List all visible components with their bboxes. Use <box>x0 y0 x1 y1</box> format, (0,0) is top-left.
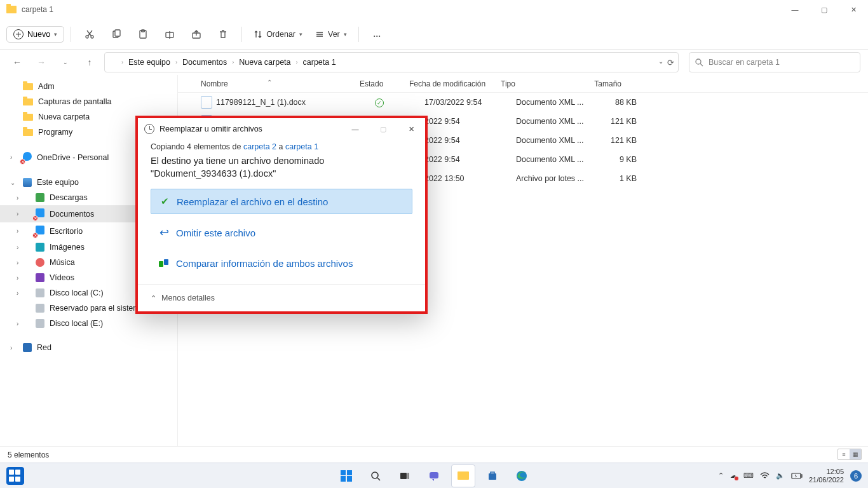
up-button[interactable]: ↑ <box>80 53 99 72</box>
start-button[interactable] <box>334 464 358 487</box>
sidebar-item-label: Programy <box>38 128 72 137</box>
tray-chevron-icon[interactable]: ⌃ <box>718 471 724 480</box>
cut-button[interactable] <box>78 24 102 44</box>
sidebar-item-label: Nueva carpeta <box>38 112 90 121</box>
taskbar-taskview[interactable] <box>393 464 417 487</box>
dialog-minimize-button[interactable]: — <box>341 118 369 140</box>
column-headers: Nombre Estado Fecha de modificación Tipo… <box>178 75 868 93</box>
keyboard-tray-icon[interactable]: ⌨ <box>743 471 754 480</box>
file-name: 117989121_N_1 (1).docx <box>216 98 375 107</box>
chevron-right-icon: › <box>17 320 18 327</box>
delete-button[interactable] <box>211 24 235 44</box>
refresh-button[interactable]: ⟳ <box>667 58 674 67</box>
svg-point-11 <box>372 472 378 478</box>
breadcrumb[interactable]: Este equipo <box>126 56 173 69</box>
svg-rect-13 <box>407 473 409 479</box>
taskbar-chat[interactable] <box>422 464 446 487</box>
window-minimize-button[interactable]: — <box>780 0 810 19</box>
folder-icon <box>6 6 17 13</box>
paste-button[interactable] <box>131 24 155 44</box>
col-modified[interactable]: Fecha de modificación <box>409 79 501 88</box>
share-button[interactable] <box>184 24 208 44</box>
sidebar-item-label: Vídeos <box>50 273 74 282</box>
svg-rect-12 <box>400 473 407 479</box>
taskbar-search[interactable] <box>363 464 388 487</box>
file-size: 88 KB <box>592 98 637 107</box>
sort-button[interactable]: Ordenar ▾ <box>248 27 308 41</box>
pictures-icon <box>36 243 44 252</box>
icons-view-icon[interactable]: ▦ <box>850 449 861 459</box>
clock-icon <box>144 124 154 134</box>
more-button[interactable]: … <box>365 24 390 44</box>
back-button[interactable]: ← <box>8 53 27 72</box>
view-button[interactable]: Ver ▾ <box>310 27 352 41</box>
recent-button[interactable]: ⌄ <box>56 53 75 72</box>
dialog-src-link[interactable]: carpeta 2 <box>243 142 276 151</box>
download-icon <box>36 193 44 202</box>
sidebar-item-capturas[interactable]: Capturas de pantalla <box>0 94 178 109</box>
svg-point-8 <box>696 59 701 64</box>
window-close-button[interactable]: ✕ <box>839 0 868 19</box>
forward-button[interactable]: → <box>32 53 51 72</box>
notifications-button[interactable]: 6 <box>850 470 862 482</box>
breadcrumb[interactable]: carpeta 1 <box>301 56 339 69</box>
command-bar: Nuevo ▾ Ordenar ▾ Ver ▾ … <box>0 19 868 50</box>
svg-rect-3 <box>115 30 120 36</box>
folder-icon <box>23 129 33 136</box>
rename-button[interactable] <box>158 24 182 44</box>
dialog-dst-link[interactable]: carpeta 1 <box>285 142 318 151</box>
col-type[interactable]: Tipo <box>501 79 577 88</box>
compare-option[interactable]: Comparar información de ambos archivos <box>151 251 412 275</box>
chevron-right-icon: › <box>17 274 18 281</box>
breadcrumb[interactable]: Nueva carpeta <box>236 56 293 69</box>
new-button[interactable]: Nuevo ▾ <box>6 26 64 43</box>
col-status[interactable]: Estado <box>360 79 409 88</box>
plus-icon <box>13 29 24 39</box>
monitor-icon <box>23 178 32 187</box>
sidebar-item-label: Disco local (C:) <box>50 288 104 297</box>
sidebar-item-label: Música <box>50 258 75 267</box>
nav-row: ← → ⌄ ↑ › Este equipo › Documentos › Nue… <box>0 50 868 75</box>
view-toggle[interactable]: ≡ ▦ <box>837 449 862 460</box>
svg-rect-15 <box>489 473 496 480</box>
window-maximize-button[interactable]: ▢ <box>810 0 839 19</box>
volume-tray-icon[interactable]: 🔈 <box>776 471 785 480</box>
sidebar-item-disk-e[interactable]: ›Disco local (E:) <box>0 316 178 331</box>
chevron-up-icon[interactable]: ⌃ <box>151 294 156 302</box>
less-details-link[interactable]: Menos detalles <box>161 294 215 302</box>
taskbar-store[interactable] <box>480 464 505 487</box>
onedrive-tray-icon[interactable]: ☁ <box>730 471 737 480</box>
taskbar-explorer[interactable] <box>451 464 475 487</box>
error-badge-icon: ✕ <box>32 233 38 238</box>
tray-clock[interactable]: 12:05 21/06/2022 <box>809 468 844 483</box>
sidebar-item-red[interactable]: ›Red <box>0 340 178 355</box>
wifi-tray-icon[interactable] <box>760 472 770 480</box>
taskbar-edge[interactable] <box>510 464 534 487</box>
battery-tray-icon[interactable] <box>791 473 803 479</box>
col-size[interactable]: Tamaño <box>577 79 621 88</box>
file-date: 17/03/2022 9:54 <box>424 98 516 107</box>
copy-button[interactable] <box>104 24 128 44</box>
address-bar[interactable]: › Este equipo › Documentos › Nueva carpe… <box>104 52 679 72</box>
sidebar-item-adm[interactable]: Adm <box>0 79 178 94</box>
col-name[interactable]: Nombre <box>201 79 360 88</box>
address-dropdown-icon[interactable]: ⌄ <box>658 58 663 67</box>
svg-rect-10 <box>164 259 168 265</box>
svg-rect-18 <box>801 475 802 477</box>
details-view-icon[interactable]: ≡ <box>838 449 850 459</box>
breadcrumb[interactable]: Documentos <box>180 56 229 69</box>
file-size: 1 KB <box>592 174 637 183</box>
drive-icon <box>36 304 44 313</box>
skip-option[interactable]: ↩ Omitir este archivo <box>151 220 412 245</box>
breadcrumb-sep: › <box>296 59 298 65</box>
chevron-right-icon: › <box>17 244 18 251</box>
dialog-title: Reemplazar u omitir archivos <box>159 125 262 133</box>
chevron-right-icon: › <box>17 210 18 217</box>
compare-label: Comparar información de ambos archivos <box>176 258 353 269</box>
search-input[interactable]: Buscar en carpeta 1 <box>689 52 860 72</box>
dialog-close-button[interactable]: ✕ <box>397 118 425 140</box>
widgets-button[interactable] <box>6 467 24 485</box>
replace-option[interactable]: ✔ Reemplazar el archivo en el destino <box>151 189 412 214</box>
collapse-icon[interactable]: ⌃ <box>267 79 272 86</box>
table-row[interactable]: 117989121_N_1 (1).docx✓17/03/2022 9:54Do… <box>178 93 868 112</box>
